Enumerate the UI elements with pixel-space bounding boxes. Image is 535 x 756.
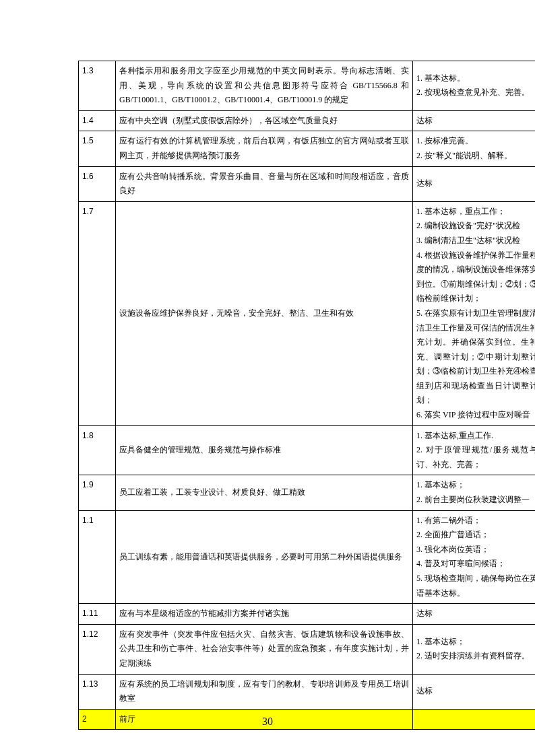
row-remark: 达标	[413, 674, 536, 709]
table-row: 1.4应有中央空调（别墅式度假饭店除外），各区域空气质量良好达标	[79, 110, 536, 131]
row-description: 应有中央空调（别墅式度假饭店除外），各区域空气质量良好	[116, 110, 413, 131]
table-row: 1.13应有系统的员工培训规划和制度，应有专门的教材、专职培训师及专用员工培训教…	[79, 674, 536, 709]
row-description: 设施设备应维护保养良好，无噪音，安全完好、整洁、卫生和有效	[116, 201, 413, 425]
row-number: 1.5	[79, 131, 116, 166]
row-remark: 1. 按标准完善。 2. 按"释义"能说明、解释。	[413, 131, 536, 166]
standards-table: 1.3各种指示用和服务用文字应至少用规范的中英文同时表示。导向标志清晰、实用、美…	[78, 61, 535, 730]
row-number: 1.1	[79, 510, 116, 604]
row-description: 员工应着工装，工装专业设计、材质良好、做工精致	[116, 475, 413, 510]
row-remark: 达标	[413, 110, 536, 131]
row-number: 1.4	[79, 110, 116, 131]
row-remark: 1. 基本达标,重点工作. 2. 对于原管理规范/服务规范与订、补充、完善；	[413, 425, 536, 475]
row-description: 应有突发事件（突发事件应包括火灾、自然灾害、饭店建筑物和设备设施事故、公共卫生和…	[116, 624, 413, 674]
row-number: 1.6	[79, 166, 116, 201]
row-description: 应有运行有效的计算机管理系统，前后台联网，有饭店独立的官方网站或者互联网主页，并…	[116, 131, 413, 166]
table-row: 1.6应有公共音响转播系统。背景音乐曲目、音量与所在区域和时间段相适应，音质良好…	[79, 166, 536, 201]
table-row: 1.1员工训练有素，能用普通话和英语提供服务，必要时可用第二种外国语提供服务1.…	[79, 510, 536, 604]
table-row: 1.9员工应着工装，工装专业设计、材质良好、做工精致1. 基本达标； 2. 前台…	[79, 475, 536, 510]
row-remark: 达标	[413, 166, 536, 201]
row-description: 各种指示用和服务用文字应至少用规范的中英文同时表示。导向标志清晰、实用、美观，导…	[116, 61, 413, 111]
table-row: 1.3各种指示用和服务用文字应至少用规范的中英文同时表示。导向标志清晰、实用、美…	[79, 61, 536, 111]
table-row: 1.12应有突发事件（突发事件应包括火灾、自然灾害、饭店建筑物和设备设施事故、公…	[79, 624, 536, 674]
row-remark: 1. 基本达标。 2. 按现场检查意见补充、完善。	[413, 61, 536, 111]
table-row: 1.11应有与本星级相适应的节能减排方案并付诸实施达标	[79, 604, 536, 625]
row-number: 1.12	[79, 624, 116, 674]
row-number: 1.3	[79, 61, 116, 111]
row-description: 应有与本星级相适应的节能减排方案并付诸实施	[116, 604, 413, 625]
row-remark: 1. 基本达标； 2. 前台主要岗位秋装建议调整一	[413, 475, 536, 510]
row-remark: 1. 基本达标； 2. 适时安排演练并有资料留存。	[413, 624, 536, 674]
row-remark: 1. 有第二锅外语； 2. 全面推广普通话； 3. 强化本岗位英语； 4. 普及…	[413, 510, 536, 604]
row-description: 应有系统的员工培训规划和制度，应有专门的教材、专职培训师及专用员工培训教室	[116, 674, 413, 709]
row-number: 1.7	[79, 201, 116, 425]
row-number: 1.11	[79, 604, 116, 625]
table-row: 1.5应有运行有效的计算机管理系统，前后台联网，有饭店独立的官方网站或者互联网主…	[79, 131, 536, 166]
row-description: 应有公共音响转播系统。背景音乐曲目、音量与所在区域和时间段相适应，音质良好	[116, 166, 413, 201]
row-number: 1.8	[79, 425, 116, 475]
table-row: 1.8应具备健全的管理规范、服务规范与操作标准1. 基本达标,重点工作. 2. …	[79, 425, 536, 475]
row-description: 应具备健全的管理规范、服务规范与操作标准	[116, 425, 413, 475]
row-number: 1.9	[79, 475, 116, 510]
row-remark: 1. 基本达标，重点工作； 2. 编制设施设备"完好"状况检 3. 编制清洁卫生…	[413, 201, 536, 425]
row-description: 员工训练有素，能用普通话和英语提供服务，必要时可用第二种外国语提供服务	[116, 510, 413, 604]
row-remark: 达标	[413, 604, 536, 625]
table-row: 1.7设施设备应维护保养良好，无噪音，安全完好、整洁、卫生和有效1. 基本达标，…	[79, 201, 536, 425]
row-number: 1.13	[79, 674, 116, 709]
page-number: 30	[0, 716, 535, 728]
